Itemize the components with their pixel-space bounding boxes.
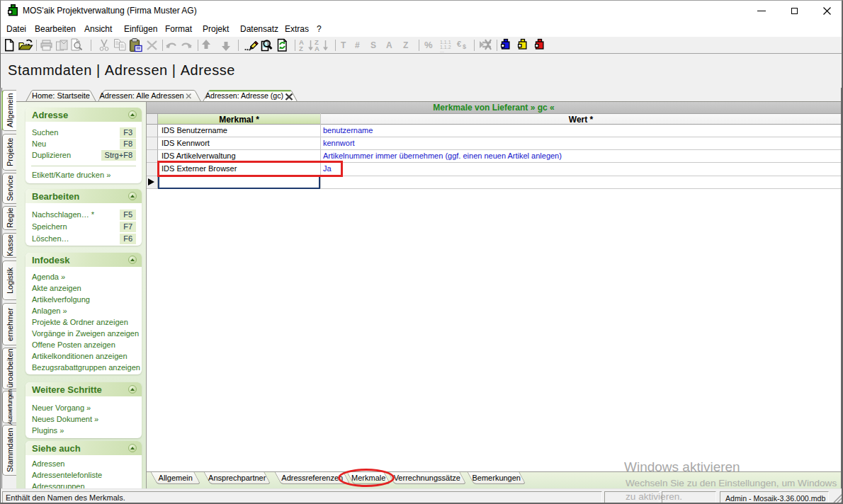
svg-text:1.1.1: 1.1.1 xyxy=(440,40,451,45)
svg-text:Z: Z xyxy=(403,40,408,50)
svg-text:Adressen: Adresse (gc): Adressen: Adresse (gc) xyxy=(205,91,283,100)
svg-text:#: # xyxy=(355,40,360,50)
svg-text:S: S xyxy=(370,40,376,50)
svg-text:A: A xyxy=(386,40,392,50)
svg-text:T: T xyxy=(341,40,346,50)
svg-text:$: $ xyxy=(463,43,466,50)
svg-text:Adressen: Alle Adressen: Adressen: Alle Adressen xyxy=(99,91,183,100)
svg-text:A: A xyxy=(315,45,319,52)
svg-text:...: ... xyxy=(440,48,444,53)
svg-text:Home: Startseite: Home: Startseite xyxy=(32,91,90,100)
svg-text:Z: Z xyxy=(299,45,303,52)
svg-text:%: % xyxy=(424,40,433,50)
svg-text:€: € xyxy=(457,40,461,48)
